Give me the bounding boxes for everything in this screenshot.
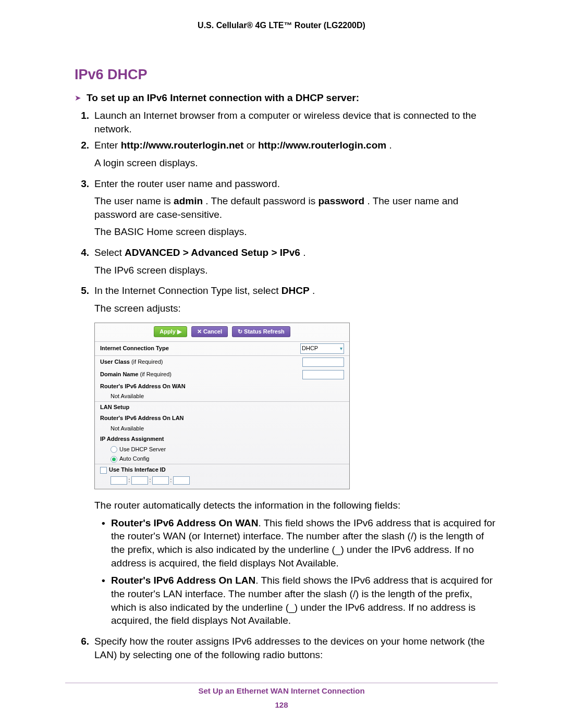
- ict-select-value: DHCP: [302, 344, 318, 352]
- bullet-text: Router's IPv6 Address On LAN. This field…: [111, 574, 498, 627]
- colon-separator: :: [128, 477, 130, 484]
- step-number: 1.: [75, 109, 89, 135]
- lan-setup-row: LAN Setup: [95, 401, 349, 413]
- step-number: 2.: [75, 139, 89, 174]
- step-paragraph: A login screen displays.: [94, 156, 498, 170]
- step-text-suffix: .: [312, 285, 315, 296]
- radio-icon: [111, 446, 117, 453]
- footer-rule: [65, 683, 498, 683]
- use-dhcp-option[interactable]: Use DHCP Server: [95, 445, 349, 454]
- domain-name-label: Domain Name (if Required): [100, 371, 172, 378]
- step-paragraph: The IPv6 screen displays.: [94, 264, 498, 277]
- wan-address-label: Router's IPv6 Address On WAN: [100, 382, 186, 390]
- interface-id-input[interactable]: [152, 476, 169, 485]
- interface-id-inputs: : : :: [95, 475, 349, 489]
- bullet-label: Router's IPv6 Address On WAN: [111, 517, 259, 528]
- procedure-heading: ➤ To set up an IPv6 Internet connection …: [75, 92, 498, 104]
- step-text-prefix: Enter: [94, 140, 121, 151]
- step-body: Specify how the router assigns IPv6 addr…: [94, 635, 498, 661]
- step-number: 5.: [75, 284, 89, 631]
- panel-button-bar: Apply ▶ ✕ Cancel ↻ Status Refresh: [95, 323, 349, 341]
- label-text: User Class: [100, 359, 130, 365]
- step-6: 6. Specify how the router assigns IPv6 a…: [75, 635, 498, 661]
- domain-name-row: Domain Name (if Required): [95, 368, 349, 381]
- page-header: U.S. Cellular® 4G LTE™ Router (LG2200D): [65, 21, 498, 30]
- lan-address-row: Router's IPv6 Address On LAN: [95, 413, 349, 424]
- status-refresh-button[interactable]: ↻ Status Refresh: [232, 326, 290, 337]
- url-text: http://www.routerlogin.com: [258, 140, 386, 151]
- interface-id-input[interactable]: [173, 476, 190, 485]
- step-body: In the Internet Connection Type list, se…: [94, 284, 498, 631]
- radio-icon: [111, 456, 117, 463]
- bullet-list: • Router's IPv6 Address On WAN. This fie…: [94, 516, 498, 627]
- step-2: 2. Enter http://www.routerlogin.net or h…: [75, 139, 498, 174]
- label-hint: (if Required): [138, 371, 172, 377]
- router-screenshot-panel: Apply ▶ ✕ Cancel ↻ Status Refresh Intern…: [94, 323, 350, 489]
- ict-select[interactable]: DHCP ▾: [300, 343, 344, 354]
- bullet-label: Router's IPv6 Address On LAN: [111, 575, 255, 586]
- text: The user name is: [94, 195, 174, 206]
- text-bold: admin: [174, 195, 203, 206]
- step-4: 4. Select ADVANCED > Advanced Setup > IP…: [75, 246, 498, 281]
- colon-separator: :: [149, 477, 151, 484]
- interface-id-input[interactable]: [111, 476, 127, 485]
- step-paragraph: The user name is admin . The default pas…: [94, 194, 498, 221]
- use-interface-id-label: Use This Interface ID: [100, 466, 166, 474]
- user-class-label: User Class (if Required): [100, 358, 163, 366]
- lan-address-value: Not Available: [95, 424, 349, 434]
- step-text: Enter the router user name and password.: [94, 178, 280, 189]
- step-paragraph: The BASIC Home screen displays.: [94, 225, 498, 239]
- step-text-suffix: .: [303, 247, 305, 258]
- step-text: Specify how the router assigns IPv6 addr…: [94, 636, 485, 660]
- interface-id-input[interactable]: [131, 476, 148, 485]
- bullet-icon: •: [102, 516, 111, 570]
- nav-path: ADVANCED > Advanced Setup > IPv6: [125, 247, 300, 258]
- step-body: Enter the router user name and password.…: [94, 177, 498, 243]
- step-text-prefix: In the Internet Connection Type list, se…: [94, 285, 282, 296]
- cancel-button[interactable]: ✕ Cancel: [191, 326, 228, 337]
- step-text-prefix: Select: [94, 247, 125, 258]
- step-text: Launch an Internet browser from a comput…: [94, 110, 476, 134]
- chevron-down-icon: ▾: [340, 345, 342, 352]
- step-number: 3.: [75, 177, 89, 243]
- step-body: Launch an Internet browser from a comput…: [94, 109, 498, 135]
- radio-label: Use DHCP Server: [119, 446, 166, 452]
- wan-address-value: Not Available: [95, 391, 349, 401]
- step-number: 4.: [75, 246, 89, 281]
- arrow-right-icon: ➤: [75, 92, 81, 104]
- step-body: Enter http://www.routerlogin.net or http…: [94, 139, 498, 174]
- bullet-item: • Router's IPv6 Address On LAN. This fie…: [102, 574, 498, 627]
- ip-assignment-row: IP Address Assignment: [95, 434, 349, 445]
- page-footer: Set Up an Ethernet WAN Internet Connecti…: [0, 686, 563, 709]
- step-1: 1. Launch an Internet browser from a com…: [75, 109, 498, 135]
- radio-label: Auto Config: [119, 455, 149, 462]
- user-class-input[interactable]: [302, 357, 344, 367]
- step-paragraph: The router automatically detects the inf…: [94, 499, 498, 512]
- label-text: Domain Name: [100, 371, 138, 377]
- text-bold: DHCP: [282, 285, 310, 296]
- user-class-row: User Class (if Required): [95, 355, 349, 368]
- auto-config-option[interactable]: Auto Config: [95, 454, 349, 464]
- apply-button[interactable]: Apply ▶: [154, 326, 187, 337]
- footer-chapter: Set Up an Ethernet WAN Internet Connecti…: [198, 686, 364, 695]
- label-hint: (if Required): [130, 359, 163, 365]
- bullet-item: • Router's IPv6 Address On WAN. This fie…: [102, 516, 498, 570]
- step-body: Select ADVANCED > Advanced Setup > IPv6 …: [94, 246, 498, 281]
- ict-label: Internet Connection Type: [100, 344, 169, 352]
- bullet-icon: •: [102, 574, 111, 627]
- text: . The default password is: [205, 195, 318, 206]
- bullet-text: Router's IPv6 Address On WAN. This field…: [111, 516, 498, 570]
- use-interface-id-row: Use This Interface ID: [95, 464, 349, 475]
- lan-address-label: Router's IPv6 Address On LAN: [100, 414, 184, 422]
- step-text-or: or: [247, 140, 258, 151]
- step-paragraph: The screen adjusts:: [94, 302, 498, 315]
- document-page: U.S. Cellular® 4G LTE™ Router (LG2200D) …: [0, 0, 563, 728]
- url-text: http://www.routerlogin.net: [121, 140, 244, 151]
- procedure-heading-text: To set up an IPv6 Internet connection wi…: [87, 92, 359, 104]
- checkbox-icon[interactable]: [100, 467, 107, 474]
- domain-name-input[interactable]: [302, 370, 344, 379]
- footer-page-number: 128: [0, 700, 563, 709]
- wan-address-row: Router's IPv6 Address On WAN: [95, 381, 349, 392]
- step-number: 6.: [75, 635, 89, 661]
- section-title: IPv6 DHCP: [75, 67, 498, 83]
